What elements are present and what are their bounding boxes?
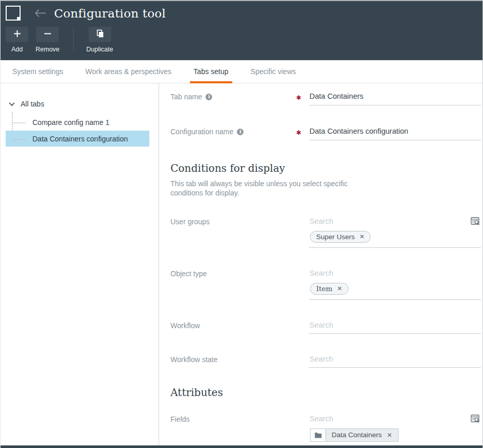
object-type-row: Object type Item — [170, 268, 481, 300]
browse-list-search-icon[interactable] — [470, 414, 481, 423]
configuration-name-input[interactable] — [309, 127, 481, 140]
info-icon[interactable] — [237, 129, 244, 135]
folder-icon — [310, 429, 326, 441]
toolbar: Add Remove — [1, 27, 482, 53]
conditions-for-display-heading: Conditions for display — [170, 162, 481, 174]
chip-data-containers: Data Containers — [310, 428, 399, 442]
remove-button-label: Remove — [36, 46, 60, 53]
page-title: Configuration tool — [54, 7, 166, 20]
configuration-name-label-group: Configuration name — [170, 127, 296, 136]
workflow-row: Workflow — [170, 320, 481, 334]
tab-name-row: Tab name — [170, 92, 481, 105]
main-tab-bar: System settings Work areas & perspective… — [1, 60, 482, 83]
object-type-search-input[interactable] — [309, 268, 481, 278]
info-icon[interactable] — [205, 94, 212, 100]
tree-item-data-containers-configuration[interactable]: Data Containers configuration — [6, 131, 149, 147]
tab-name-label: Tab name — [170, 93, 202, 101]
minus-icon — [43, 29, 52, 40]
user-groups-label: User groups — [170, 218, 210, 226]
fields-row: Fields — [170, 414, 481, 445]
conditions-description: This tab will always be visible unless y… — [170, 180, 356, 198]
tree-item-label: Compare config name 1 — [32, 118, 109, 127]
toolbar-divider — [73, 27, 74, 51]
tree-root-all-tabs[interactable]: All tabs — [1, 97, 159, 111]
workflow-state-row: Workflow state — [170, 354, 481, 368]
duplicate-button-label: Duplicate — [87, 46, 113, 53]
tree-children: Compare config name 1 Data Containers co… — [1, 114, 159, 147]
fields-label: Fields — [170, 415, 189, 423]
workflow-state-search-input[interactable] — [309, 354, 481, 364]
tree-root-label: All tabs — [21, 100, 44, 108]
user-groups-row: User groups — [170, 217, 481, 248]
add-button[interactable]: Add — [6, 27, 28, 53]
configuration-name-label: Configuration name — [170, 128, 233, 136]
fields-search-input[interactable] — [309, 414, 470, 424]
title-bar: Configuration tool — [1, 1, 482, 21]
configuration-name-row: Configuration name — [170, 127, 481, 140]
back-arrow-icon[interactable] — [34, 9, 46, 17]
configuration-tool-window: Configuration tool Add Remove — [0, 0, 483, 448]
copy-icon — [96, 29, 104, 40]
attributes-heading: Attributes — [170, 386, 481, 399]
chip-super-users: Super Users — [310, 231, 371, 243]
tabs-tree-panel: All tabs Compare config name 1 Data Cont… — [1, 83, 159, 445]
asterisk-icon — [296, 129, 301, 136]
duplicate-button[interactable]: Duplicate — [87, 27, 113, 53]
chip-item: Item — [310, 283, 349, 295]
required-marker — [296, 127, 309, 137]
bottom-bar — [1, 445, 482, 448]
tab-specific-views[interactable]: Specific views — [249, 60, 298, 83]
workflow-search-input[interactable] — [309, 320, 481, 330]
remove-chip-icon[interactable] — [387, 432, 392, 438]
tree-item-label: Data Containers configuration — [32, 135, 128, 143]
remove-button[interactable]: Remove — [36, 27, 60, 53]
workflow-state-label: Workflow state — [170, 355, 218, 364]
user-groups-search-input[interactable] — [309, 217, 470, 226]
chip-label: Item — [316, 284, 333, 293]
tab-tabs-setup[interactable]: Tabs setup — [192, 60, 230, 83]
required-marker — [296, 92, 309, 102]
browse-list-search-icon[interactable] — [470, 217, 481, 226]
object-type-label: Object type — [170, 270, 207, 278]
add-button-label: Add — [11, 46, 23, 53]
tab-setup-form: Tab name Configuration name — [159, 83, 482, 445]
app-logo-icon — [6, 6, 21, 21]
tree-item-compare-config[interactable]: Compare config name 1 — [6, 114, 149, 130]
chip-label: Super Users — [316, 233, 355, 241]
tab-system-settings[interactable]: System settings — [11, 60, 65, 83]
app-header: Configuration tool Add Remove — [1, 1, 482, 60]
chevron-down-icon — [9, 100, 14, 106]
plus-icon — [13, 29, 22, 40]
tab-name-input[interactable] — [309, 92, 481, 105]
asterisk-icon — [296, 94, 301, 101]
content-area: All tabs Compare config name 1 Data Cont… — [1, 83, 482, 445]
remove-chip-icon[interactable] — [337, 285, 342, 292]
tab-work-areas-perspectives[interactable]: Work areas & perspectives — [84, 60, 173, 83]
remove-chip-icon[interactable] — [359, 234, 365, 240]
tab-name-label-group: Tab name — [170, 92, 296, 101]
workflow-label: Workflow — [170, 321, 200, 330]
chip-label: Data Containers — [332, 431, 382, 439]
